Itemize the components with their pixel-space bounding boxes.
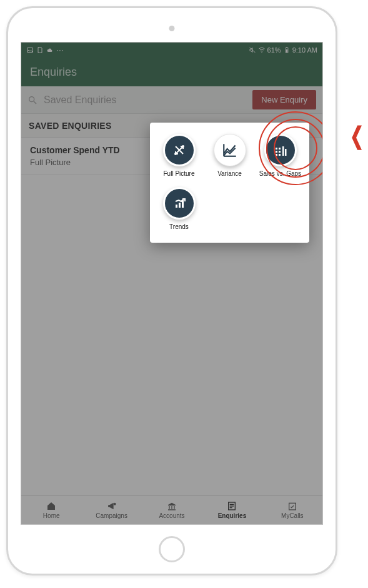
trends-icon [163, 187, 196, 220]
app-screen: ··· 61% 9:10 AM Enquiries Saved Enquirie… [21, 42, 323, 525]
variance-icon [214, 134, 246, 166]
svg-rect-24 [279, 151, 281, 153]
tablet-camera [169, 26, 175, 31]
svg-rect-29 [176, 205, 177, 208]
popup-item-trends[interactable]: Trends [154, 183, 204, 236]
svg-rect-20 [276, 148, 277, 150]
svg-rect-21 [276, 151, 277, 153]
popup-label: Trends [169, 223, 189, 230]
svg-rect-23 [279, 148, 281, 150]
popup-item-full-picture[interactable]: Full Picture [154, 130, 204, 183]
full-picture-icon [163, 134, 196, 166]
svg-rect-30 [179, 203, 181, 208]
popup-item-sales-vs-gaps[interactable]: Sales vs. Gaps [255, 130, 306, 183]
modal-overlay[interactable] [21, 43, 322, 524]
instruction-arrow-icon: ❮ [350, 122, 364, 150]
tablet-home-button[interactable] [159, 536, 185, 562]
popup-label: Sales vs. Gaps [259, 170, 301, 177]
sales-vs-gaps-icon [264, 134, 297, 166]
enquiry-type-popup: Full Picture Variance Sales vs. Gap [150, 123, 309, 243]
svg-rect-26 [282, 146, 284, 156]
popup-label: Variance [217, 170, 242, 177]
svg-rect-27 [285, 149, 287, 156]
svg-rect-25 [279, 154, 281, 156]
svg-rect-22 [276, 154, 277, 156]
popup-item-variance[interactable]: Variance [204, 130, 255, 183]
popup-label: Full Picture [163, 170, 194, 177]
tablet-frame: ··· 61% 9:10 AM Enquiries Saved Enquirie… [6, 6, 337, 575]
